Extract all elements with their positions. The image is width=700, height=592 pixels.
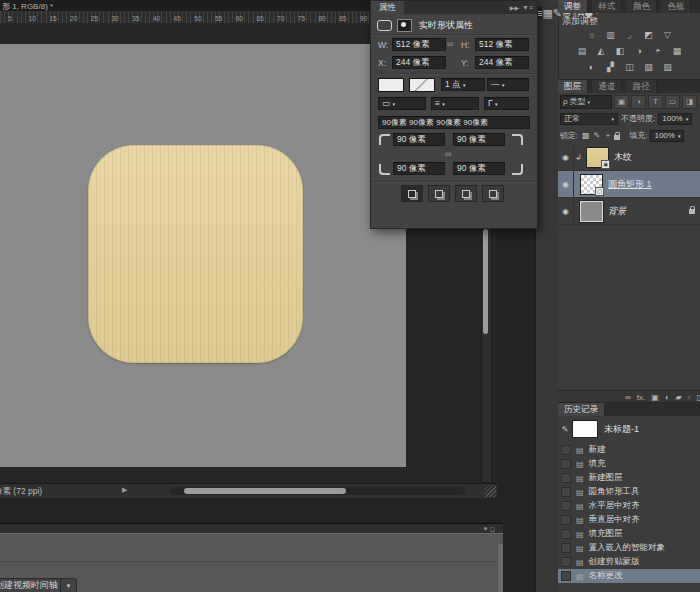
- fill-color-swatch[interactable]: [378, 78, 404, 92]
- history-step-row[interactable]: ▤新建: [558, 443, 700, 457]
- lock-all-icon[interactable]: [614, 135, 620, 140]
- levels-icon[interactable]: ▥: [603, 28, 619, 42]
- selective-color-icon[interactable]: ▨: [660, 60, 676, 74]
- layer-group-icon[interactable]: ▰: [676, 393, 682, 402]
- history-source-checkbox[interactable]: [561, 571, 571, 581]
- exclude-shapes-button[interactable]: [482, 185, 504, 202]
- history-source-checkbox[interactable]: [561, 445, 571, 455]
- window-resize-grip[interactable]: [484, 485, 496, 497]
- horizontal-scrollbar[interactable]: [170, 487, 465, 495]
- layer-row-rounded-rectangle[interactable]: ◉ ▢ 圆角矩形 1: [558, 171, 700, 198]
- filter-adjustment-layers-icon[interactable]: ◑: [631, 95, 646, 109]
- mask-properties-icon[interactable]: [397, 19, 412, 32]
- create-video-timeline-button[interactable]: 创建视频时间轴: [0, 578, 65, 592]
- gradient-map-icon[interactable]: ▧: [641, 60, 657, 74]
- stroke-corners-dropdown[interactable]: Γ ▾: [484, 97, 529, 110]
- swatches-panel-icon[interactable]: ▦: [542, 7, 552, 19]
- link-layers-icon[interactable]: ∞: [625, 393, 631, 402]
- stroke-caps-dropdown[interactable]: ≡ ▾: [431, 97, 479, 110]
- tab-adjustments[interactable]: 调整: [558, 0, 588, 13]
- history-step-label[interactable]: 名称更改: [589, 570, 623, 582]
- history-snapshot-row[interactable]: ✎ 未标题-1: [558, 418, 700, 440]
- layer-row-wood[interactable]: ◉ ↲ ▣ 木纹: [558, 144, 700, 171]
- timeline-minimize-icon[interactable]: ▼ ◻: [482, 525, 495, 532]
- tab-layers[interactable]: 图层: [558, 80, 588, 93]
- y-field[interactable]: 244 像素: [475, 56, 529, 69]
- layer-effects-icon[interactable]: fx.: [637, 393, 645, 402]
- filter-smart-objects-icon[interactable]: ◨: [682, 95, 697, 109]
- history-source-checkbox[interactable]: [561, 543, 571, 553]
- history-source-checkbox[interactable]: [561, 515, 571, 525]
- invert-icon[interactable]: ◐: [584, 60, 600, 74]
- history-step-row[interactable]: ▤填充: [558, 457, 700, 471]
- brightness-contrast-icon[interactable]: ☼: [584, 28, 600, 42]
- height-field[interactable]: 512 像素: [475, 38, 529, 51]
- vibrance-icon[interactable]: ▽: [660, 28, 676, 42]
- stroke-align-dropdown[interactable]: ▭ ▾: [378, 97, 426, 110]
- horizontal-scrollbar-thumb[interactable]: [184, 488, 346, 494]
- history-brush-source-icon[interactable]: ✎: [558, 425, 572, 434]
- history-step-row[interactable]: ▤名称更改: [558, 569, 700, 583]
- tab-properties[interactable]: 属性: [371, 1, 404, 14]
- history-step-row[interactable]: ▤置入嵌入的智能对象: [558, 541, 700, 555]
- status-menu-arrow-icon[interactable]: ▶: [122, 486, 127, 494]
- new-layer-icon[interactable]: ▫: [688, 393, 691, 402]
- filter-type-layers-icon[interactable]: T: [648, 95, 663, 109]
- layer-row-background[interactable]: ◉ 背景: [558, 198, 700, 225]
- adjustment-layer-icon[interactable]: ◐: [665, 393, 670, 402]
- hue-saturation-icon[interactable]: ▤: [574, 44, 590, 58]
- filter-kind-dropdown[interactable]: ρ 类型 ▾: [560, 95, 612, 109]
- stroke-width-dropdown[interactable]: 1 点 ▾: [441, 78, 485, 91]
- history-step-label[interactable]: 创建剪贴蒙版: [589, 556, 640, 568]
- tab-channels[interactable]: 通道: [592, 80, 622, 93]
- radius-summary-field[interactable]: 90像素 90像素 90像素 90像素: [378, 116, 530, 129]
- filter-shape-layers-icon[interactable]: ▭: [665, 95, 680, 109]
- blend-mode-dropdown[interactable]: 正常▾: [560, 113, 618, 125]
- radius-top-left-field[interactable]: 90 像素: [393, 133, 445, 146]
- history-step-label[interactable]: 填充: [589, 458, 606, 470]
- width-field[interactable]: 512 像素: [392, 38, 446, 51]
- history-source-checkbox[interactable]: [561, 459, 571, 469]
- photo-filter-icon[interactable]: ◑: [631, 44, 647, 58]
- x-field[interactable]: 244 像素: [392, 56, 446, 69]
- lock-position-icon[interactable]: +: [603, 131, 612, 140]
- tab-styles[interactable]: 样式: [592, 0, 622, 13]
- stroke-style-dropdown[interactable]: — ▾: [487, 78, 529, 91]
- posterize-icon[interactable]: ▞: [603, 60, 619, 74]
- history-step-row[interactable]: ▤创建剪贴蒙版: [558, 555, 700, 569]
- color-balance-icon[interactable]: ◭: [593, 44, 609, 58]
- layer-name[interactable]: 背景: [608, 205, 626, 218]
- fill-dropdown[interactable]: 100%▾: [650, 130, 684, 142]
- visibility-eye-icon[interactable]: ◉: [558, 144, 574, 170]
- visibility-eye-icon[interactable]: ◉: [558, 171, 574, 197]
- intersect-shapes-button[interactable]: [455, 185, 477, 202]
- panel-menu-icon[interactable]: ▼≡: [522, 4, 533, 11]
- history-step-row[interactable]: ▤水平居中对齐: [558, 499, 700, 513]
- subtract-shape-button[interactable]: [428, 185, 450, 202]
- lock-pixels-icon[interactable]: ✎: [592, 131, 601, 140]
- radius-bottom-right-field[interactable]: 90 像素: [453, 162, 505, 175]
- history-step-label[interactable]: 垂直居中对齐: [589, 514, 640, 526]
- layer-thumbnail[interactable]: ▢: [581, 175, 602, 194]
- radius-bottom-left-field[interactable]: 90 像素: [393, 162, 445, 175]
- combine-shapes-button[interactable]: [401, 185, 423, 202]
- history-source-checkbox[interactable]: [561, 487, 571, 497]
- history-step-row[interactable]: ▤垂直居中对齐: [558, 513, 700, 527]
- wood-rounded-square-artwork[interactable]: [88, 145, 303, 363]
- collapse-to-icons-icon[interactable]: ▶▶: [510, 4, 519, 11]
- tab-swatches[interactable]: 色板: [661, 0, 691, 13]
- black-white-icon[interactable]: ◧: [612, 44, 628, 58]
- canvas-document[interactable]: [0, 44, 406, 467]
- snapshot-thumbnail[interactable]: [572, 420, 598, 438]
- history-source-checkbox[interactable]: [561, 557, 571, 567]
- threshold-icon[interactable]: ◫: [622, 60, 638, 74]
- channel-mixer-icon[interactable]: ◓: [650, 44, 666, 58]
- layer-mask-icon[interactable]: ▣: [651, 393, 659, 402]
- opacity-dropdown[interactable]: 100%▾: [658, 113, 692, 125]
- vertical-scrollbar[interactable]: [481, 225, 492, 483]
- delete-layer-icon[interactable]: ▯: [697, 393, 700, 402]
- history-source-checkbox[interactable]: [561, 529, 571, 539]
- radius-top-right-field[interactable]: 90 像素: [453, 133, 505, 146]
- visibility-eye-icon[interactable]: ◉: [558, 198, 574, 224]
- link-dimensions-icon[interactable]: ∞: [447, 39, 453, 49]
